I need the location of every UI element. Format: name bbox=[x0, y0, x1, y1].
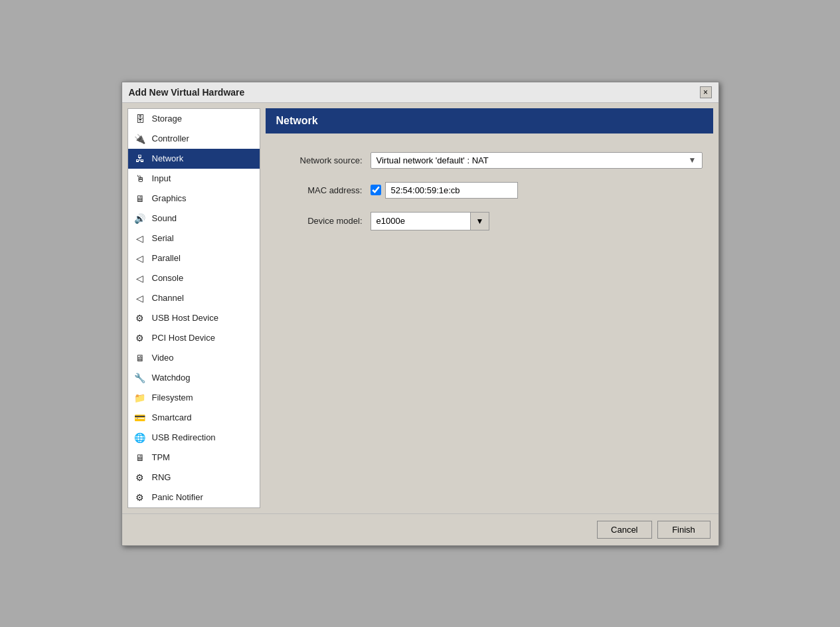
mac-input[interactable] bbox=[385, 182, 518, 199]
sidebar-item-input[interactable]: 🖱Input bbox=[128, 169, 260, 189]
parallel-icon: ◁ bbox=[133, 252, 147, 265]
usb-redir-icon: 🌐 bbox=[133, 431, 147, 444]
panic-icon: ⚙ bbox=[133, 491, 147, 504]
sidebar-item-label-usb-redir: USB Redirection bbox=[152, 432, 216, 442]
pci-host-icon: ⚙ bbox=[133, 331, 147, 345]
panel-header: Network bbox=[266, 108, 713, 134]
network-icon: 🖧 bbox=[133, 152, 147, 165]
channel-icon: ◁ bbox=[133, 292, 147, 305]
sidebar-item-serial[interactable]: ◁Serial bbox=[128, 228, 260, 248]
sidebar-item-label-channel: Channel bbox=[152, 293, 184, 303]
console-icon: ◁ bbox=[133, 272, 147, 285]
close-button[interactable]: × bbox=[700, 86, 712, 98]
controller-icon: 🔌 bbox=[133, 132, 147, 145]
network-source-label: Network source: bbox=[276, 155, 363, 165]
device-model-arrow-icon: ▼ bbox=[476, 217, 484, 226]
sidebar-item-smartcard[interactable]: 💳Smartcard bbox=[128, 408, 260, 428]
device-model-dropdown-button[interactable]: ▼ bbox=[470, 212, 490, 230]
input-icon: 🖱 bbox=[133, 172, 147, 185]
sidebar-item-label-tpm: TPM bbox=[152, 452, 170, 462]
sidebar-item-usb-redir[interactable]: 🌐USB Redirection bbox=[128, 428, 260, 448]
dialog: Add New Virtual Hardware × 🗄Storage🔌Cont… bbox=[122, 82, 719, 546]
mac-label: MAC address: bbox=[276, 185, 363, 195]
device-model-container: ▼ bbox=[371, 212, 490, 230]
network-source-value: Virtual network 'default' : NAT bbox=[377, 155, 489, 165]
mac-checkbox[interactable] bbox=[371, 185, 381, 195]
title-bar: Add New Virtual Hardware × bbox=[122, 82, 718, 103]
sidebar-item-label-panic: Panic Notifier bbox=[152, 492, 203, 502]
sidebar-item-label-rng: RNG bbox=[152, 472, 171, 482]
device-model-input[interactable] bbox=[371, 212, 470, 230]
sidebar-item-label-storage: Storage bbox=[152, 114, 183, 124]
sidebar-item-watchdog[interactable]: 🔧Watchdog bbox=[128, 368, 260, 388]
sidebar-item-label-video: Video bbox=[152, 353, 174, 363]
sidebar-item-label-serial: Serial bbox=[152, 233, 174, 243]
sidebar-item-label-smartcard: Smartcard bbox=[152, 412, 192, 422]
dropdown-arrow-icon: ▼ bbox=[689, 155, 697, 165]
sidebar: 🗄Storage🔌Controller🖧Network🖱Input🖥Graphi… bbox=[127, 108, 260, 508]
sidebar-item-rng[interactable]: ⚙RNG bbox=[128, 468, 260, 488]
mac-row bbox=[371, 182, 518, 199]
sidebar-item-usb-host[interactable]: ⚙USB Host Device bbox=[128, 308, 260, 328]
filesystem-icon: 📁 bbox=[133, 391, 147, 404]
sidebar-item-label-graphics: Graphics bbox=[152, 193, 187, 203]
sidebar-item-label-controller: Controller bbox=[152, 134, 189, 143]
sidebar-item-label-parallel: Parallel bbox=[152, 253, 181, 263]
sidebar-item-video[interactable]: 🖥Video bbox=[128, 348, 260, 368]
finish-button[interactable]: Finish bbox=[657, 521, 711, 539]
sidebar-item-controller[interactable]: 🔌Controller bbox=[128, 129, 260, 149]
video-icon: 🖥 bbox=[133, 351, 147, 365]
sidebar-item-network[interactable]: 🖧Network bbox=[128, 149, 260, 169]
sound-icon: 🔊 bbox=[133, 212, 147, 225]
sidebar-item-label-console: Console bbox=[152, 273, 184, 283]
sidebar-item-label-usb-host: USB Host Device bbox=[152, 313, 218, 323]
sidebar-item-label-watchdog: Watchdog bbox=[152, 373, 191, 383]
network-source-select[interactable]: Virtual network 'default' : NAT ▼ bbox=[371, 152, 703, 169]
rng-icon: ⚙ bbox=[133, 471, 147, 484]
sidebar-item-channel[interactable]: ◁Channel bbox=[128, 288, 260, 308]
serial-icon: ◁ bbox=[133, 232, 147, 245]
sidebar-item-tpm[interactable]: 🖥TPM bbox=[128, 448, 260, 468]
watchdog-icon: 🔧 bbox=[133, 371, 147, 385]
sidebar-item-filesystem[interactable]: 📁Filesystem bbox=[128, 388, 260, 408]
device-model-label: Device model: bbox=[276, 216, 363, 226]
cancel-button[interactable]: Cancel bbox=[597, 521, 651, 539]
form-area: Network source: Virtual network 'default… bbox=[266, 141, 713, 508]
smartcard-icon: 💳 bbox=[133, 411, 147, 424]
dialog-footer: Cancel Finish bbox=[122, 513, 718, 545]
sidebar-item-label-network: Network bbox=[152, 153, 184, 163]
usb-host-icon: ⚙ bbox=[133, 312, 147, 325]
sidebar-item-panic[interactable]: ⚙Panic Notifier bbox=[128, 488, 260, 507]
dialog-body: 🗄Storage🔌Controller🖧Network🖱Input🖥Graphi… bbox=[122, 103, 718, 513]
sidebar-item-console[interactable]: ◁Console bbox=[128, 268, 260, 288]
sidebar-item-label-filesystem: Filesystem bbox=[152, 393, 193, 403]
graphics-icon: 🖥 bbox=[133, 192, 147, 205]
sidebar-item-label-input: Input bbox=[152, 173, 171, 183]
sidebar-item-storage[interactable]: 🗄Storage bbox=[128, 109, 260, 129]
sidebar-item-graphics[interactable]: 🖥Graphics bbox=[128, 189, 260, 209]
tpm-icon: 🖥 bbox=[133, 451, 147, 464]
sidebar-item-label-sound: Sound bbox=[152, 213, 177, 223]
storage-icon: 🗄 bbox=[133, 112, 147, 126]
device-model-row: Device model: ▼ bbox=[276, 212, 703, 230]
main-panel: Network Network source: Virtual network … bbox=[266, 108, 713, 508]
sidebar-item-pci-host[interactable]: ⚙PCI Host Device bbox=[128, 328, 260, 348]
dialog-title: Add New Virtual Hardware bbox=[129, 87, 245, 98]
network-source-row: Network source: Virtual network 'default… bbox=[276, 152, 703, 169]
sidebar-item-parallel[interactable]: ◁Parallel bbox=[128, 248, 260, 268]
sidebar-item-label-pci-host: PCI Host Device bbox=[152, 333, 215, 343]
mac-address-row: MAC address: bbox=[276, 182, 703, 199]
sidebar-item-sound[interactable]: 🔊Sound bbox=[128, 209, 260, 228]
